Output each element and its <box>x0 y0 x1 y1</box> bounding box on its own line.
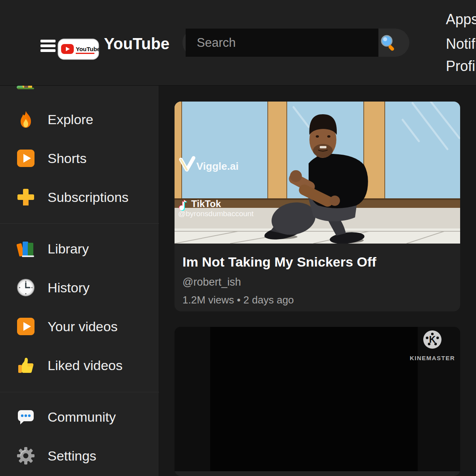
play-button-icon <box>17 317 35 336</box>
sidebar-item-history[interactable]: History <box>17 278 90 297</box>
search-bar <box>182 29 409 57</box>
search-button[interactable] <box>367 29 409 57</box>
speech-balloon-icon <box>17 408 35 426</box>
sidebar-item-label: Liked videos <box>48 358 123 373</box>
magnifier-icon <box>379 34 397 52</box>
sidebar-item-your-videos[interactable]: Your videos <box>17 317 117 336</box>
letterbox-left <box>175 327 210 471</box>
video-thumbnail[interactable]: Viggle.ai TikTok @byronsdumbaccount <box>175 102 460 244</box>
gear-icon <box>17 447 35 465</box>
search-input[interactable] <box>186 29 378 57</box>
video-feed: Viggle.ai TikTok @byronsdumbaccount Im N… <box>159 85 476 476</box>
fire-icon <box>17 110 35 129</box>
books-icon <box>17 240 35 258</box>
sidebar-divider <box>0 223 159 224</box>
menu-item-profile[interactable]: Profile <box>446 58 476 75</box>
sidebar-item-subscriptions[interactable]: Subscriptions <box>17 188 129 206</box>
sidebar-item-shorts[interactable]: Shorts <box>17 149 86 167</box>
sidebar-item-label: Shorts <box>48 151 86 166</box>
menu-item-notifications[interactable]: Notifications <box>446 36 476 52</box>
tiktok-watermark: TikTok <box>191 198 221 209</box>
sidebar-item-label: Subscriptions <box>48 190 129 205</box>
menu-button[interactable] <box>18 36 41 55</box>
video-card[interactable]: Viggle.ai TikTok @byronsdumbaccount Im N… <box>175 102 460 311</box>
play-button-icon <box>17 149 35 167</box>
sidebar-divider <box>0 392 159 392</box>
kinemaster-reel-icon: K <box>423 330 442 349</box>
sidebar-item-label: Your videos <box>48 319 117 334</box>
kinemaster-watermark: KINEMASTER <box>397 355 460 361</box>
sidebar-item-liked-videos[interactable]: Liked videos <box>17 356 123 374</box>
video-card[interactable]: K KINEMASTER <box>175 327 460 476</box>
sidebar-item-explore[interactable]: Explore <box>17 110 93 129</box>
menu-item-apps[interactable]: Apps <box>446 11 476 28</box>
sidebar-item-settings[interactable]: Settings <box>17 447 96 465</box>
video-info: Im Not Taking My Snickers Off @robert_is… <box>175 244 460 306</box>
thumbnail-illustration <box>175 102 460 244</box>
video-channel[interactable]: @robert_ish <box>182 276 452 288</box>
top-app-bar: YouTube YouTube Apps Notifications Profi… <box>0 0 476 85</box>
youtube-logo-badge[interactable]: YouTube <box>58 38 99 60</box>
sidebar-item-label: Library <box>48 241 89 257</box>
video-thumbnail[interactable]: K KINEMASTER <box>175 327 460 471</box>
thumbs-up-icon <box>17 356 35 374</box>
sidebar-item-label: History <box>48 280 90 296</box>
video-meta: 1.2M views • 2 days ago <box>182 294 452 306</box>
sidebar-item-community[interactable]: Community <box>17 408 116 426</box>
sidebar-item-label: Community <box>48 409 116 425</box>
viggle-watermark: Viggle.ai <box>196 160 238 173</box>
page-title[interactable]: YouTube <box>104 35 169 53</box>
sidebar-item-label: Settings <box>48 448 96 464</box>
tiktok-handle-watermark: @byronsdumbaccount <box>178 209 253 218</box>
sidebar-item-library[interactable]: Library <box>17 240 89 258</box>
video-title[interactable]: Im Not Taking My Snickers Off <box>182 254 452 270</box>
logo-badge-label: YouTube <box>76 46 99 52</box>
sidebar-item-label: Explore <box>48 112 93 127</box>
kinemaster-letter: K <box>429 334 436 345</box>
plus-icon <box>17 188 35 206</box>
clock-icon <box>17 278 35 297</box>
